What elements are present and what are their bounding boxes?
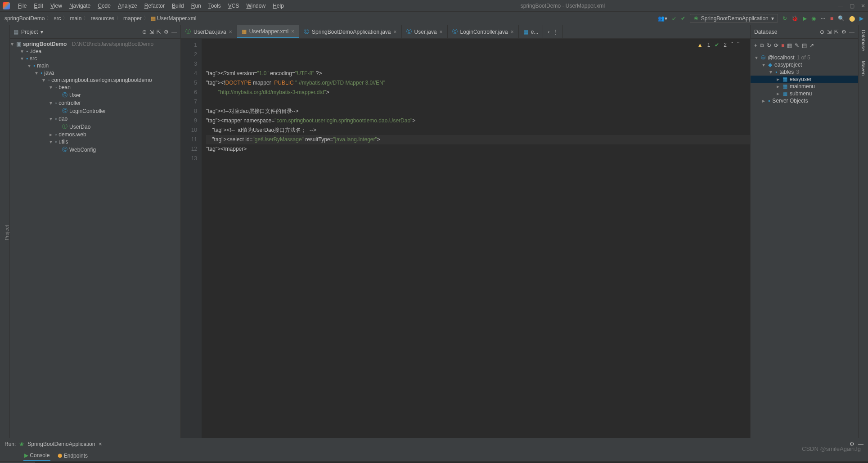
collapse-icon[interactable]: ⇱	[834, 29, 839, 35]
close-tab-icon[interactable]: ×	[440, 29, 443, 35]
database-tree[interactable]: ▾⛁ @localhost 1 of 5 ▾◆ easyproject▾▪ ta…	[751, 52, 858, 438]
editor-tab[interactable]: ⒸUser.java×	[402, 25, 448, 38]
expand-all-icon[interactable]: ⇲	[149, 29, 154, 35]
project-tree[interactable]: ▾▣ springBootDemo D:\NCB\ncbJava\springB…	[10, 39, 180, 438]
tree-item[interactable]: ▾▫ com.springboot.userlogin.springbootde…	[10, 76, 180, 84]
close-icon[interactable]: ✕	[861, 3, 865, 9]
tree-item[interactable]: Ⓘ UserDao	[10, 122, 180, 131]
breadcrumb[interactable]: resources	[90, 15, 114, 22]
tree-item[interactable]: Ⓒ LoginController	[10, 107, 180, 115]
update-project-icon[interactable]: ↙	[672, 15, 676, 22]
edit-icon[interactable]: ✎	[795, 42, 799, 49]
menu-help[interactable]: Help	[269, 3, 288, 9]
menu-view[interactable]: View	[47, 3, 66, 9]
locate-icon[interactable]: ⊙	[820, 29, 824, 35]
editor-tab[interactable]: ⒾUserDao.java×	[181, 25, 237, 38]
close-tab-icon[interactable]: ×	[291, 28, 294, 35]
hide-icon[interactable]: —	[849, 29, 855, 35]
debug-button[interactable]: 🐞	[792, 15, 798, 22]
db-root[interactable]: ▾⛁ @localhost 1 of 5	[751, 54, 858, 61]
stop-icon[interactable]: ■	[781, 42, 784, 49]
menu-run[interactable]: Run	[188, 3, 205, 9]
menu-refactor[interactable]: Refactor	[141, 3, 168, 9]
db-tree-item[interactable]: ▾◆ easyproject	[751, 61, 858, 68]
run-tab-console[interactable]: ▶ Console	[23, 450, 50, 461]
menu-build[interactable]: Build	[168, 3, 188, 9]
stop-button[interactable]: ■	[830, 15, 833, 22]
tree-item[interactable]: ▾▪ .idea	[10, 48, 180, 55]
menu-vcs[interactable]: VCS	[225, 3, 243, 9]
tree-item[interactable]: ▾▪ java	[10, 69, 180, 76]
tree-item[interactable]: ▸▫ demos.web	[10, 131, 180, 138]
maximize-icon[interactable]: ▢	[850, 3, 855, 9]
copy-icon[interactable]: ⧉	[760, 42, 764, 49]
attach-icon[interactable]: ⋯	[820, 15, 826, 22]
db-tree-item[interactable]: ▾▪ tables 3	[751, 68, 858, 76]
run-button[interactable]: ↻	[783, 15, 787, 22]
breadcrumb[interactable]: springBootDemo	[4, 15, 45, 22]
menu-navigate[interactable]: Navigate	[66, 3, 94, 9]
chevron-up-icon[interactable]: ˆ	[731, 40, 733, 50]
tree-item[interactable]: ▾▪ src	[10, 55, 180, 62]
table-icon[interactable]: ▦	[787, 42, 792, 49]
tree-item[interactable]: ▾▪ main	[10, 62, 180, 69]
gear-icon[interactable]: ⚙	[841, 29, 846, 35]
menu-analyze[interactable]: Analyze	[114, 3, 141, 9]
menu-code[interactable]: Code	[94, 3, 114, 9]
editor-tab[interactable]: ▦UserMapper.xml×	[237, 25, 299, 38]
minimize-icon[interactable]: —	[838, 3, 843, 9]
chevron-down-icon[interactable]: ˇ	[738, 40, 739, 50]
breadcrumb[interactable]: src	[54, 15, 61, 22]
breadcrumb[interactable]: ▦ UserMapper.xml	[151, 15, 197, 22]
search-icon[interactable]: 🔍	[838, 15, 845, 22]
tree-root[interactable]: ▾▣ springBootDemo D:\NCB\ncbJava\springB…	[10, 40, 180, 48]
run-tab-endpoints[interactable]: ⬢ Endpoints	[57, 451, 89, 461]
view-icon[interactable]: ▤	[802, 42, 807, 49]
db-tree-item[interactable]: ▸▦ easyuser	[751, 76, 858, 83]
profile-button[interactable]: ◉	[811, 15, 816, 22]
collapse-all-icon[interactable]: ⇱	[157, 29, 161, 35]
db-tree-item[interactable]: ▸▦ submenu	[751, 90, 858, 97]
stripe-project[interactable]: Project	[4, 223, 9, 242]
tree-item[interactable]: ▾▫ bean	[10, 84, 180, 91]
locate-icon[interactable]: ⊙	[142, 29, 147, 35]
run-config-selector[interactable]: ❀ SpringBootDemoApplication ▾	[690, 14, 778, 23]
hide-icon[interactable]: —	[171, 29, 177, 35]
stripe-maven[interactable]: Maven	[861, 59, 866, 77]
tree-item[interactable]: ▾▫ utils	[10, 138, 180, 145]
db-tree-item[interactable]: ▸▦ mainmenu	[751, 83, 858, 90]
coverage-button[interactable]: ▶	[803, 15, 807, 22]
tree-item[interactable]: ▾▫ controller	[10, 99, 180, 107]
breadcrumb[interactable]: main	[70, 15, 81, 22]
breadcrumb[interactable]: mapper	[123, 15, 142, 22]
users-icon[interactable]: 👥▾	[658, 15, 667, 22]
db-tree-item[interactable]: ▸▪ Server Objects	[751, 97, 858, 104]
close-tab-icon[interactable]: ×	[394, 29, 397, 35]
expand-icon[interactable]: ⇲	[827, 29, 832, 35]
menu-window[interactable]: Window	[243, 3, 269, 9]
gear-icon[interactable]: ⚙	[164, 29, 169, 35]
tree-item[interactable]: ▾▫ dao	[10, 115, 180, 122]
menu-file[interactable]: File	[14, 3, 30, 9]
stripe-database[interactable]: Database	[861, 28, 866, 53]
inspection-widget[interactable]: ▲1 ✔2 ˆˇ	[697, 40, 739, 50]
commit-icon[interactable]: ✔	[681, 15, 685, 22]
close-tab-icon[interactable]: ×	[229, 29, 232, 35]
editor-tab[interactable]: ▦e...	[519, 25, 544, 38]
add-icon[interactable]: +	[754, 42, 757, 49]
editor-body[interactable]: 12345678910111213 ▲1 ✔2 ˆˇ "tag"><?xml v…	[181, 39, 750, 438]
tree-item[interactable]: Ⓒ User	[10, 91, 180, 99]
chevron-down-icon[interactable]: ▾	[40, 29, 43, 35]
editor-tab[interactable]: ⒸSpringBootDemoApplication.java×	[299, 25, 401, 38]
close-run-tab[interactable]: ×	[99, 441, 102, 447]
menu-edit[interactable]: Edit	[30, 3, 47, 9]
refresh-icon[interactable]: ↻	[767, 42, 771, 49]
play-icon[interactable]: ▶	[859, 15, 864, 22]
more-icon[interactable]: ↗	[810, 42, 814, 49]
sync-icon[interactable]: ⟳	[774, 42, 778, 49]
code-area[interactable]: ▲1 ✔2 ˆˇ "tag"><?xml version="1.0" encod…	[202, 39, 750, 438]
tree-item[interactable]: Ⓒ WebConfig	[10, 145, 180, 154]
close-tab-icon[interactable]: ×	[511, 29, 514, 35]
ide-update-icon[interactable]: ⬤	[849, 15, 855, 22]
menu-tools[interactable]: Tools	[205, 3, 225, 9]
